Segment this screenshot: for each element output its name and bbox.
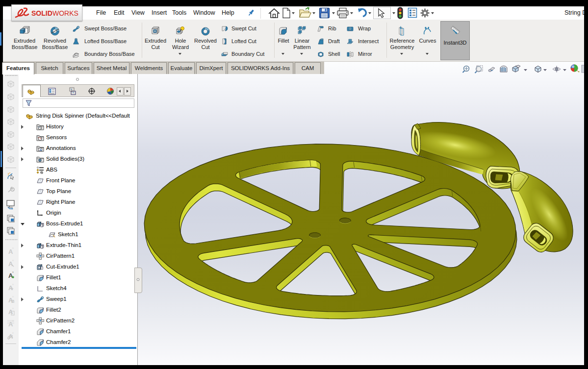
svg-text:°: ° <box>12 271 14 275</box>
svg-text:°: ° <box>12 284 14 287</box>
svg-text:G: G <box>349 27 351 31</box>
svg-text:°: ° <box>12 247 14 251</box>
svg-text:B: B <box>11 299 15 304</box>
svg-text:°: ° <box>12 308 14 311</box>
svg-text:SOLID: SOLID <box>31 9 52 17</box>
svg-text:A: A <box>39 148 42 152</box>
svg-text:°: ° <box>12 260 14 263</box>
svg-text:WORKS: WORKS <box>52 9 78 17</box>
